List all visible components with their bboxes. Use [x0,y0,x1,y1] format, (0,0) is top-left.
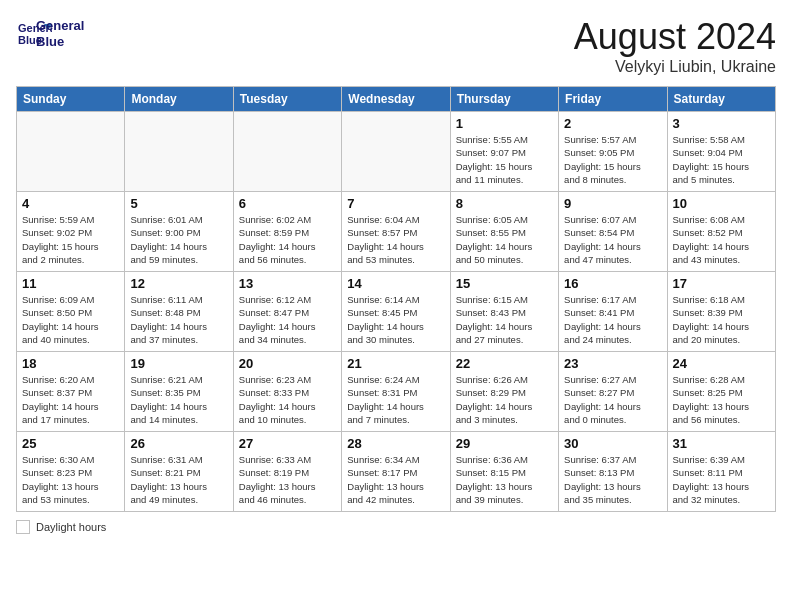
day-number: 1 [456,116,553,131]
calendar-cell [233,112,341,192]
day-number: 17 [673,276,770,291]
day-info: Sunrise: 5:55 AM Sunset: 9:07 PM Dayligh… [456,133,553,186]
calendar-cell: 27Sunrise: 6:33 AM Sunset: 8:19 PM Dayli… [233,432,341,512]
calendar-cell: 21Sunrise: 6:24 AM Sunset: 8:31 PM Dayli… [342,352,450,432]
calendar-cell: 30Sunrise: 6:37 AM Sunset: 8:13 PM Dayli… [559,432,667,512]
day-number: 27 [239,436,336,451]
day-number: 8 [456,196,553,211]
day-info: Sunrise: 6:23 AM Sunset: 8:33 PM Dayligh… [239,373,336,426]
day-number: 25 [22,436,119,451]
day-number: 26 [130,436,227,451]
day-info: Sunrise: 6:14 AM Sunset: 8:45 PM Dayligh… [347,293,444,346]
day-number: 14 [347,276,444,291]
day-info: Sunrise: 6:39 AM Sunset: 8:11 PM Dayligh… [673,453,770,506]
page: General Blue General Blue August 2024 Ve… [0,0,792,612]
day-number: 28 [347,436,444,451]
day-info: Sunrise: 6:33 AM Sunset: 8:19 PM Dayligh… [239,453,336,506]
calendar-cell: 25Sunrise: 6:30 AM Sunset: 8:23 PM Dayli… [17,432,125,512]
day-info: Sunrise: 6:15 AM Sunset: 8:43 PM Dayligh… [456,293,553,346]
day-info: Sunrise: 6:08 AM Sunset: 8:52 PM Dayligh… [673,213,770,266]
calendar-cell: 23Sunrise: 6:27 AM Sunset: 8:27 PM Dayli… [559,352,667,432]
day-number: 23 [564,356,661,371]
calendar-cell: 18Sunrise: 6:20 AM Sunset: 8:37 PM Dayli… [17,352,125,432]
calendar-cell: 6Sunrise: 6:02 AM Sunset: 8:59 PM Daylig… [233,192,341,272]
day-number: 6 [239,196,336,211]
calendar-week-5: 25Sunrise: 6:30 AM Sunset: 8:23 PM Dayli… [17,432,776,512]
calendar-cell: 5Sunrise: 6:01 AM Sunset: 9:00 PM Daylig… [125,192,233,272]
calendar-cell [17,112,125,192]
header-row: Sunday Monday Tuesday Wednesday Thursday… [17,87,776,112]
legend: Daylight hours [16,520,776,534]
day-number: 30 [564,436,661,451]
calendar-cell [125,112,233,192]
day-info: Sunrise: 6:04 AM Sunset: 8:57 PM Dayligh… [347,213,444,266]
calendar-cell: 17Sunrise: 6:18 AM Sunset: 8:39 PM Dayli… [667,272,775,352]
calendar-cell [342,112,450,192]
logo: General Blue General Blue [16,16,84,52]
calendar-cell: 20Sunrise: 6:23 AM Sunset: 8:33 PM Dayli… [233,352,341,432]
day-number: 4 [22,196,119,211]
day-info: Sunrise: 6:02 AM Sunset: 8:59 PM Dayligh… [239,213,336,266]
day-info: Sunrise: 6:12 AM Sunset: 8:47 PM Dayligh… [239,293,336,346]
calendar-cell: 31Sunrise: 6:39 AM Sunset: 8:11 PM Dayli… [667,432,775,512]
day-info: Sunrise: 5:59 AM Sunset: 9:02 PM Dayligh… [22,213,119,266]
day-number: 16 [564,276,661,291]
day-info: Sunrise: 6:30 AM Sunset: 8:23 PM Dayligh… [22,453,119,506]
title-area: August 2024 Velykyi Liubin, Ukraine [574,16,776,76]
day-number: 12 [130,276,227,291]
day-number: 11 [22,276,119,291]
day-info: Sunrise: 6:09 AM Sunset: 8:50 PM Dayligh… [22,293,119,346]
day-info: Sunrise: 6:20 AM Sunset: 8:37 PM Dayligh… [22,373,119,426]
day-number: 29 [456,436,553,451]
day-number: 18 [22,356,119,371]
col-sunday: Sunday [17,87,125,112]
day-info: Sunrise: 6:24 AM Sunset: 8:31 PM Dayligh… [347,373,444,426]
day-info: Sunrise: 5:57 AM Sunset: 9:05 PM Dayligh… [564,133,661,186]
col-friday: Friday [559,87,667,112]
logo-line1: General [36,18,84,34]
day-number: 15 [456,276,553,291]
calendar-cell: 13Sunrise: 6:12 AM Sunset: 8:47 PM Dayli… [233,272,341,352]
day-info: Sunrise: 6:28 AM Sunset: 8:25 PM Dayligh… [673,373,770,426]
legend-label: Daylight hours [36,521,106,533]
day-info: Sunrise: 6:17 AM Sunset: 8:41 PM Dayligh… [564,293,661,346]
day-number: 2 [564,116,661,131]
calendar-cell: 9Sunrise: 6:07 AM Sunset: 8:54 PM Daylig… [559,192,667,272]
calendar-cell: 12Sunrise: 6:11 AM Sunset: 8:48 PM Dayli… [125,272,233,352]
day-info: Sunrise: 6:34 AM Sunset: 8:17 PM Dayligh… [347,453,444,506]
day-info: Sunrise: 6:05 AM Sunset: 8:55 PM Dayligh… [456,213,553,266]
header: General Blue General Blue August 2024 Ve… [16,16,776,76]
calendar-cell: 14Sunrise: 6:14 AM Sunset: 8:45 PM Dayli… [342,272,450,352]
month-title: August 2024 [574,16,776,58]
calendar-cell: 3Sunrise: 5:58 AM Sunset: 9:04 PM Daylig… [667,112,775,192]
calendar-cell: 29Sunrise: 6:36 AM Sunset: 8:15 PM Dayli… [450,432,558,512]
calendar-week-2: 4Sunrise: 5:59 AM Sunset: 9:02 PM Daylig… [17,192,776,272]
col-tuesday: Tuesday [233,87,341,112]
day-number: 22 [456,356,553,371]
legend-box [16,520,30,534]
calendar-cell: 8Sunrise: 6:05 AM Sunset: 8:55 PM Daylig… [450,192,558,272]
col-saturday: Saturday [667,87,775,112]
col-wednesday: Wednesday [342,87,450,112]
calendar-cell: 24Sunrise: 6:28 AM Sunset: 8:25 PM Dayli… [667,352,775,432]
day-number: 10 [673,196,770,211]
calendar-week-4: 18Sunrise: 6:20 AM Sunset: 8:37 PM Dayli… [17,352,776,432]
day-number: 20 [239,356,336,371]
day-info: Sunrise: 6:27 AM Sunset: 8:27 PM Dayligh… [564,373,661,426]
calendar-cell: 26Sunrise: 6:31 AM Sunset: 8:21 PM Dayli… [125,432,233,512]
day-number: 9 [564,196,661,211]
calendar-cell: 16Sunrise: 6:17 AM Sunset: 8:41 PM Dayli… [559,272,667,352]
day-number: 31 [673,436,770,451]
day-info: Sunrise: 6:37 AM Sunset: 8:13 PM Dayligh… [564,453,661,506]
calendar-cell: 22Sunrise: 6:26 AM Sunset: 8:29 PM Dayli… [450,352,558,432]
day-info: Sunrise: 6:07 AM Sunset: 8:54 PM Dayligh… [564,213,661,266]
col-monday: Monday [125,87,233,112]
day-number: 13 [239,276,336,291]
day-number: 24 [673,356,770,371]
day-info: Sunrise: 6:26 AM Sunset: 8:29 PM Dayligh… [456,373,553,426]
day-number: 7 [347,196,444,211]
logo-line2: Blue [36,34,84,50]
calendar-cell: 10Sunrise: 6:08 AM Sunset: 8:52 PM Dayli… [667,192,775,272]
calendar-week-3: 11Sunrise: 6:09 AM Sunset: 8:50 PM Dayli… [17,272,776,352]
calendar-body: 1Sunrise: 5:55 AM Sunset: 9:07 PM Daylig… [17,112,776,512]
